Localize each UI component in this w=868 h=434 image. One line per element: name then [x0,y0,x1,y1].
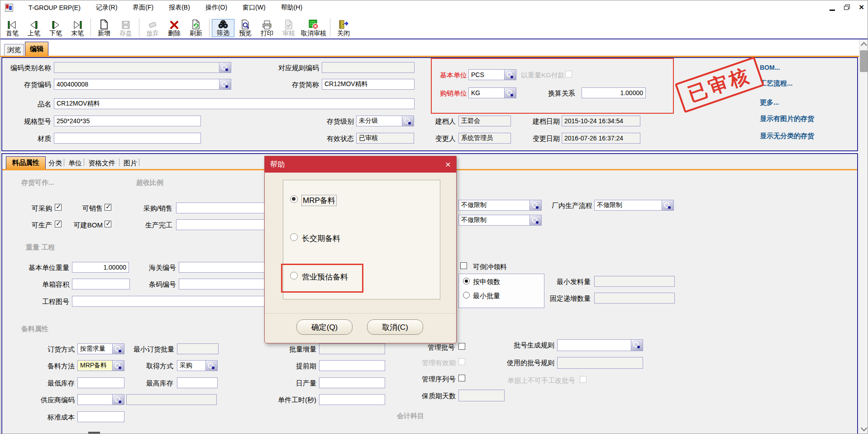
show-with-images-link[interactable]: 显示有图片的存货 [760,115,814,123]
lookup-icon[interactable] [112,361,124,371]
lookup-icon[interactable] [662,200,673,210]
drawing-no-field[interactable] [72,296,269,307]
close-button[interactable]: 关闭 [333,19,354,37]
acquire-method-field[interactable]: 采购 [177,360,218,371]
ok-button[interactable]: 确定(Q) [296,319,353,335]
more-link[interactable]: 更多... [760,98,779,107]
menu-record[interactable]: 记录(R) [96,4,117,12]
bom-link[interactable]: BOM... [760,64,780,71]
lookup-icon[interactable] [219,79,231,89]
level-field[interactable]: 未分级 [356,116,414,126]
refresh-button[interactable]: 刷新 [185,19,207,37]
prep-method-field[interactable]: MRP备料 [77,360,124,371]
lookup-icon[interactable] [504,88,516,98]
batch-rule-field[interactable] [557,339,643,351]
prev-record-button[interactable]: 上笔 [23,20,45,37]
item-abbr-field[interactable]: CR12MOV精料 [322,79,415,90]
vertical-scrollbar[interactable] [859,39,868,434]
tab-edit[interactable]: 编辑 [25,42,48,56]
customs-code-field[interactable] [179,262,269,273]
print-button[interactable]: 打印 [256,20,278,37]
manage-batch-checkbox[interactable] [458,343,465,350]
subtab-qualification[interactable]: 资格文件 [88,159,115,168]
scroll-up-icon[interactable] [861,42,867,48]
delete-button[interactable]: 删除 [163,20,185,37]
barcode-field[interactable] [179,279,269,289]
lookup-icon[interactable] [402,116,414,126]
menu-operation[interactable]: 操作(O) [205,4,227,12]
close-window-icon[interactable]: × [859,3,864,12]
first-record-button[interactable]: 首笔 [1,20,23,37]
dialog-title-bar[interactable]: 帮助 × [265,156,456,173]
code-category-field[interactable] [54,62,231,73]
sellable-checkbox[interactable] [105,204,111,211]
long-lead-prep-label[interactable]: 长交期备料 [302,233,340,244]
spec-field[interactable]: 250*240*35 [54,116,201,126]
process-flow-link[interactable]: 工艺流程... [760,79,793,88]
unit-weight-field[interactable]: 1.00000 [72,262,129,273]
subtab-unit[interactable]: 单位 [68,159,82,168]
base-unit-field[interactable]: PCS [468,69,516,80]
ratio-field[interactable]: 1.00000 [582,87,646,98]
last-record-button[interactable]: 末笔 [67,20,88,37]
min-stock-field[interactable] [77,377,124,388]
lookup-icon[interactable] [205,361,217,371]
trade-unit-field[interactable]: KG [468,87,516,98]
menu-interface[interactable]: 界面(F) [133,4,153,12]
minimize-icon[interactable] [830,10,835,11]
subtab-category[interactable]: 分类 [48,159,62,168]
scroll-down-icon[interactable] [861,425,867,431]
lookup-icon[interactable] [529,215,541,225]
next-record-button[interactable]: 下笔 [45,20,67,37]
material-field[interactable] [54,133,201,144]
add-button[interactable]: 新增 [93,19,115,37]
sales-forecast-prep-label[interactable]: 营业预估备料 [302,272,348,282]
menu-help[interactable]: 帮助(H) [281,4,302,12]
tab-browse[interactable]: 浏览 [4,44,24,56]
mrp-prep-label[interactable]: MRP备料 [302,195,336,206]
item-name-field[interactable]: CR12MOV精料 [54,98,415,109]
lookup-icon[interactable] [631,340,643,351]
subtab-item-attributes[interactable]: 料品属性 [6,156,46,169]
daily-output-field[interactable] [319,377,385,388]
cancel-audit-button[interactable]: 取消审核 [300,19,328,37]
lookup-icon[interactable] [112,395,124,405]
preview-button[interactable]: 预览 [234,19,256,37]
scrollbar-thumb[interactable] [860,50,868,72]
lookup-icon[interactable] [112,344,124,354]
max-stock-field[interactable] [177,377,218,388]
item-code-field[interactable]: 400400008 [54,79,231,90]
over-production-field[interactable] [176,219,267,230]
order-method-field[interactable]: 按需求量 [77,343,124,354]
filter-button[interactable]: 筛选 [212,19,234,37]
sales-forecast-prep-radio[interactable] [290,272,298,280]
subtab-picture[interactable]: 图片 [124,159,137,168]
box-volume-field[interactable] [72,279,130,289]
mrp-prep-radio[interactable] [290,195,298,203]
unit-time-field[interactable] [319,394,385,405]
menu-window[interactable]: 窗口(W) [243,4,266,12]
lookup-icon[interactable] [219,63,231,72]
purchasable-checkbox[interactable] [55,204,62,211]
manage-serial-checkbox[interactable] [458,375,465,381]
dialog-close-icon[interactable]: × [445,160,451,169]
restore-icon[interactable] [844,5,850,10]
factory-flow-field[interactable]: 不做限制 [594,200,674,211]
producible-checkbox[interactable] [55,221,62,227]
can-bom-checkbox[interactable] [105,221,111,227]
over-purchase-field[interactable] [176,203,267,213]
backflush-checkbox[interactable] [460,262,467,269]
by-request-radio[interactable] [463,278,470,285]
min-batch-radio[interactable] [463,292,470,299]
supplier-code-field[interactable] [77,394,124,405]
menu-report[interactable]: 报表(B) [169,4,190,12]
menu-tgroup-erp[interactable]: T-GROUP ERP(E) [29,4,81,11]
long-lead-prep-radio[interactable] [290,233,298,241]
lookup-icon[interactable] [529,200,541,210]
lookup-icon[interactable] [504,70,516,80]
restrict1-field[interactable]: 不做限制 [458,200,542,211]
std-cost-field[interactable] [77,411,124,422]
cancel-button[interactable]: 取消(C) [367,319,423,335]
show-uncategorized-link[interactable]: 显示无分类的存货 [760,132,814,140]
lead-time-field[interactable] [319,360,385,371]
